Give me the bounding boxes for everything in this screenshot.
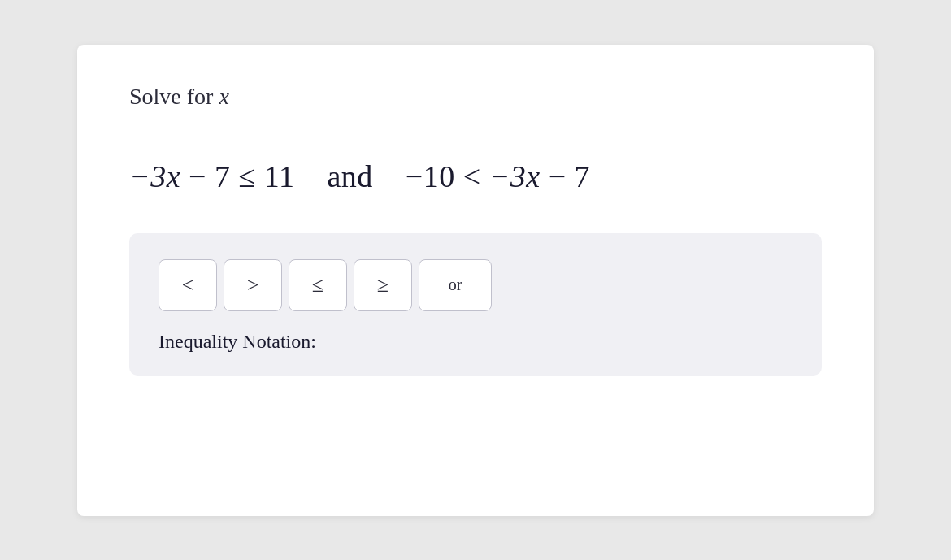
or-button[interactable]: or <box>419 259 492 311</box>
equation-row: −3x − 7 ≤ 11 and −10 < −3x − 7 <box>129 158 822 194</box>
symbol-buttons-row: < > ≤ ≥ or <box>158 259 792 311</box>
answer-panel: < > ≤ ≥ or Inequality Notation: <box>129 233 822 376</box>
greater-equal-button[interactable]: ≥ <box>354 259 412 311</box>
notation-text: Inequality Notation: <box>158 331 316 352</box>
greater-equal-label: ≥ <box>377 273 389 297</box>
main-card: Solve for x −3x − 7 ≤ 11 and −10 < −3x −… <box>77 45 874 516</box>
less-equal-button[interactable]: ≤ <box>289 259 347 311</box>
or-label: or <box>449 276 462 294</box>
page-container: Solve for x −3x − 7 ≤ 11 and −10 < −3x −… <box>0 0 951 560</box>
variable: x <box>219 84 228 109</box>
inequality-notation-label: Inequality Notation: <box>158 331 792 353</box>
greater-than-button[interactable]: > <box>224 259 282 311</box>
solve-for-heading: Solve for x <box>129 84 822 110</box>
less-equal-label: ≤ <box>312 273 324 297</box>
equation-full: −3x − 7 ≤ 11 and −10 < −3x − 7 <box>129 158 590 194</box>
greater-than-label: > <box>247 273 259 297</box>
solve-for-text: Solve for <box>129 84 219 109</box>
less-than-button[interactable]: < <box>158 259 217 311</box>
less-than-label: < <box>182 273 194 297</box>
